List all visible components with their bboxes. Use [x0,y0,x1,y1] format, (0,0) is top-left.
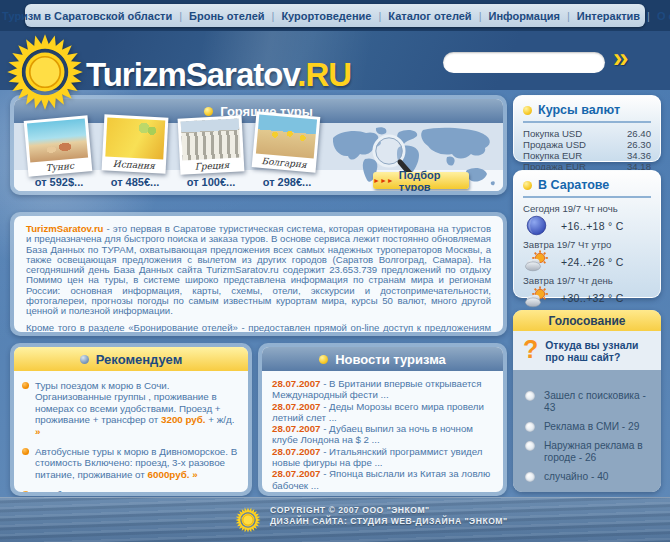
tour-price-spain[interactable]: от 485€... [99,176,171,188]
tour-card-bulgaria[interactable]: Болгария [252,111,321,172]
radio-button-icon[interactable] [525,441,535,451]
copyright-text: COPYRIGHT © 2007 ООО "ЭНКОМ" ДИЗАЙН САЙТ… [270,505,508,527]
nav-item-hotel-booking[interactable]: Бронь отелей [189,10,264,22]
nav-item-information[interactable]: Информация [488,10,559,22]
poll-header: Голосование [513,310,661,331]
tour-card-greece[interactable]: Греция [178,115,245,174]
search-go-button[interactable]: » [613,40,629,76]
recommend-list: Туры поездом к морю в Сочи. Организованн… [14,371,248,492]
page: Туры| Туризм в Саратовской области| Брон… [0,0,670,542]
poll-panel: Голосование ? Откуда вы узнали про наш с… [513,310,661,492]
poll-option[interactable]: Наружная реклама в городе - 26 [525,440,655,464]
news-item[interactable]: 28.07.2007 - Дубаец выпил за ночь в ночн… [272,423,493,446]
tour-price-tunisia[interactable]: от 592$... [23,176,95,188]
nav-separator: | [567,10,570,22]
tour-price: 6000руб. [148,469,190,480]
poll-title: Голосование [548,314,625,328]
tour-price: 3200 руб. [161,414,206,425]
tunisia-photo [27,119,88,163]
recommend-title: Рекомендуем [96,352,183,367]
site-title: TurizmSaratov.RU [86,56,351,94]
weather-header: В Саратове [523,178,651,198]
tour-card-spain[interactable]: Испания [102,114,169,173]
recommend-panel: Рекомендуем Туры поездом к морю в Сочи. … [10,343,252,496]
more-link[interactable]: » [35,426,40,437]
currency-header: Курсы валют [523,103,651,123]
nav-item-about-system[interactable]: О системе [657,10,670,22]
nav-item-hotel-catalog[interactable]: Каталог отелей [388,10,471,22]
orange-bullet-icon [22,491,29,492]
about-paragraph-1: TurizmSaratov.ru - это первая в Саратове… [26,224,491,317]
currency-row: Покупка USD26.40 [523,128,651,139]
bullet-dot-icon [523,106,532,115]
site-logo[interactable]: TurizmSaratov.RU [6,33,351,111]
main-content: Горящие туры [0,90,670,497]
nav-item-interactive[interactable]: Интерактив [577,10,640,22]
tour-search-button-label: Подбор туров [399,169,469,192]
recommend-item: Туры поездом к морю в Сочи. Организованн… [22,380,239,437]
sun-cloud-icon [524,286,549,309]
weather-panel: В Саратове Сегодня 19/7 Чт ночь +16..+18… [513,170,661,298]
footer-content: COPYRIGHT © 2007 ООО "ЭНКОМ" ДИЗАЙН САЙТ… [235,505,508,533]
news-item[interactable]: 28.07.2007 - Итальянский программист уви… [272,446,493,469]
poll-options: Зашел с поисковика - 43 Реклама в СМИ - … [513,370,661,492]
poll-option[interactable]: Зашел с поисковика - 43 [525,390,655,414]
weather-row: +24..+26 ° C [523,250,651,273]
tour-card-tunisia[interactable]: Тунис [24,115,93,176]
orange-bullet-icon [22,448,29,455]
currency-panel: Курсы валют Покупка USD26.40 Продажа USD… [513,95,661,162]
nav-separator: | [179,10,182,22]
nav-separator: | [647,10,650,22]
radio-button-icon[interactable] [525,472,535,482]
news-list: 28.07.2007 - В Британии впервые открывае… [262,371,503,492]
weather-temp: +16..+18 ° C [561,220,624,232]
currency-title: Курсы валют [538,103,620,117]
tour-price-greece[interactable]: от 100€... [175,176,247,188]
orange-bullet-icon [22,382,29,389]
news-item[interactable]: 28.07.2007 - Японца выслали из Китая за … [272,468,493,491]
sun-footer-icon [235,507,261,533]
news-header: Новости туризма [262,347,503,371]
radio-button-icon[interactable] [525,422,535,432]
poll-option[interactable]: Реклама в СМИ - 29 [525,421,655,433]
site-title-suffix: .RU [297,56,351,93]
greece-photo [181,119,241,161]
recommend-item: Автобусные туры к морю в Геленджик. Разм… [22,489,239,492]
nav-item-region-tourism[interactable]: Туризм в Саратовской области [2,10,172,22]
top-bar: Туры| Туризм в Саратовской области| Брон… [0,0,670,31]
tour-caption: Испания [105,156,164,173]
triple-arrow-icon: ►►► [373,177,394,184]
question-mark-icon: ? [523,338,538,364]
weather-period-label: Завтра 19/7 Чт день [523,275,651,286]
bulgaria-photo [256,115,317,159]
recommend-header: Рекомендуем [14,347,248,371]
about-panel: TurizmSaratov.ru - это первая в Саратове… [10,212,507,336]
nav-separator: | [272,10,275,22]
nav-separator: | [479,10,482,22]
news-panel: Новости туризма 28.07.2007 - В Британии … [258,343,507,496]
recommend-item: Автобусные туры к морю в Дивноморское. В… [22,446,239,480]
tour-search-button[interactable]: ►►► Подбор туров [373,172,469,189]
currency-row: Продажа USD26.30 [523,139,651,150]
news-item[interactable]: 28.07.2007 - В Британии впервые открывае… [272,378,493,401]
poll-question-row: ? Откуда вы узнали про наш сайт? [513,331,661,370]
nav-separator: | [378,10,381,22]
weather-row: +30..+32 ° C [523,286,651,309]
currency-row: Покупка EUR34.36 [523,150,651,161]
nav-item-resorts[interactable]: Курортоведение [281,10,371,22]
news-item[interactable]: 28.07.2007 - Деды Морозы всего мира пров… [272,401,493,424]
page-footer: COPYRIGHT © 2007 ООО "ЭНКОМ" ДИЗАЙН САЙТ… [0,497,670,542]
sun-cloud-icon [524,250,549,273]
more-link[interactable]: » [192,469,197,480]
weather-temp: +30..+32 ° C [561,292,624,304]
news-item[interactable]: 28.07.2007 - Рокеры Uriah Heep выступят … [272,491,493,492]
tour-price-bulgaria[interactable]: от 298€... [251,176,323,188]
radio-button-icon[interactable] [525,391,535,401]
main-nav: Туры| Туризм в Саратовской области| Брон… [25,4,645,27]
poll-question: Откуда вы узнали про наш сайт? [545,338,653,364]
weather-period-label: Сегодня 19/7 Чт ночь [523,203,651,214]
weather-row: +16..+18 ° C [523,214,651,237]
search-input[interactable] [443,52,605,73]
poll-option[interactable]: случайно - 40 [525,471,655,483]
about-paragraph-2: Кроме того в разделе «Бронирование отеле… [26,323,491,332]
